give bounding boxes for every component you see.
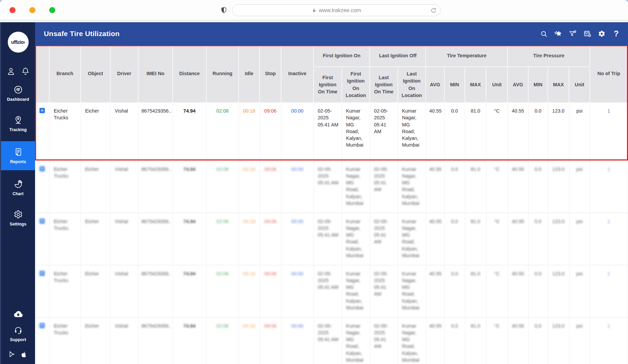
cell-idle: 00:18 (239, 213, 260, 265)
cell-branch: Eicher Trucks (49, 160, 81, 213)
cell-fi_time: 02-05-2025 05:41 AM (313, 160, 342, 213)
url-bar[interactable]: www.trakzee.com (232, 4, 441, 16)
cell-tp_avg: 40.55 (508, 102, 528, 160)
browser-window: www.trakzee.com uffizio› (0, 0, 628, 364)
cell-tt_max: 81.0 (465, 265, 486, 317)
favorites-button[interactable] (553, 29, 563, 39)
expand-row-button[interactable]: + (39, 323, 45, 328)
cell-tp_min: 0.0 (528, 265, 548, 317)
cell-inactive: 00:00 (281, 160, 313, 213)
close-button[interactable] (9, 7, 16, 13)
cell-tt_avg-value: 40.55 (429, 166, 441, 173)
cell-li_time: 02-05-2025 05:41 AM (370, 102, 398, 160)
table-body: +Eicher TrucksEicherVishal8675429356..74… (35, 102, 628, 364)
sidebar-bottom: Support (1, 308, 35, 364)
cell-trips: 1 (590, 102, 628, 160)
cell-tt_avg: 40.55 (426, 265, 444, 317)
expand-row-button[interactable]: + (39, 271, 45, 276)
cell-tp_avg-value: 40.55 (511, 218, 525, 225)
col-object: Object (81, 45, 110, 102)
cell-tp_avg: 40.55 (508, 265, 528, 317)
cell-fi_time-value: 02-05-2025 05:41 AM (318, 323, 339, 343)
sidebar-item-label: Tracking (9, 127, 27, 132)
cell-driver-value: Vishal (115, 218, 135, 225)
cell-branch-value: Eicher Trucks (54, 108, 77, 121)
cell-driver-value: Vishal (115, 323, 135, 329)
cell-trips-value[interactable]: 1 (594, 323, 624, 329)
cell-object-value: Eicher (85, 166, 107, 173)
col-tt-avg: AVG (426, 67, 444, 102)
expand-row-button[interactable]: + (39, 166, 45, 172)
cell-tp_avg-value: 40.55 (511, 108, 525, 114)
cell-tp_min: 0.0 (528, 317, 548, 364)
cell-tp_max: 123.0 (548, 102, 569, 160)
cell-imei: 8675429356.. (138, 317, 173, 364)
expand-row-button[interactable]: + (39, 218, 45, 224)
col-tp-unit: Unit (569, 67, 590, 102)
cell-expand: + (35, 160, 49, 213)
cell-driver: Vishal (110, 317, 138, 364)
cell-trips-value[interactable]: 1 (594, 166, 624, 173)
cell-driver: Vishal (110, 213, 138, 265)
search-icon (540, 30, 548, 38)
cell-tt_min-value: 0.0 (448, 166, 461, 173)
table-row: +Eicher TrucksEicherVishal8675429356..74… (35, 213, 628, 265)
cell-distance-value: 74.94 (176, 270, 203, 277)
cell-trips-value[interactable]: 1 (594, 218, 624, 225)
google-play-icon[interactable] (8, 351, 16, 359)
cell-li_time-value: 02-05-2025 05:41 AM (374, 108, 395, 135)
col-first-ignition-on-location: First Ignition On Location (342, 67, 370, 102)
schedule-button[interactable] (582, 29, 592, 39)
cell-fi_time: 02-05-2025 05:41 AM (313, 265, 342, 317)
sidebar-item-tracking[interactable]: Tracking (1, 111, 35, 136)
cell-tp_unit-value: psi (573, 323, 587, 329)
user-icon[interactable] (6, 67, 16, 76)
sidebar-item-dashboard[interactable]: Dashboard (1, 81, 35, 106)
notifications-bell-icon[interactable] (21, 67, 30, 76)
uffizio-logo[interactable]: uffizio› (8, 32, 29, 53)
cell-fi_loc: Kumar Nagar, MG Road, Kalyan, Mumbai (342, 265, 370, 317)
cell-tt_avg-value: 40.55 (429, 323, 441, 329)
cloud-download-icon[interactable] (12, 308, 25, 320)
cell-fi_time-value: 02-05-2025 05:41 AM (318, 166, 339, 186)
cell-distance-value: 74.94 (176, 166, 203, 173)
cell-tp_unit: psi (569, 160, 590, 213)
sidebar-item-support[interactable]: Support (1, 321, 35, 346)
cell-tt_avg-value: 40.55 (429, 270, 441, 277)
shield-icon[interactable] (220, 6, 228, 14)
cell-tp_min: 0.0 (528, 160, 548, 213)
sidebar-item-settings[interactable]: Settings (1, 205, 35, 231)
cell-tp_avg: 40.55 (508, 160, 528, 213)
cell-tt_unit-value: °C (490, 166, 504, 173)
help-button[interactable]: ? (611, 29, 621, 39)
pie-chart-icon (13, 179, 23, 189)
expand-row-button[interactable]: + (39, 108, 45, 113)
cell-trips-value[interactable]: 1 (594, 270, 624, 277)
cell-li_loc-value: Kumar Nagar, MG Road, Kalyan, Mumbai (402, 218, 423, 259)
filter-button[interactable] (568, 29, 578, 39)
cell-li_time-value: 02-05-2025 05:41 AM (374, 270, 395, 298)
cell-idle: 00:18 (239, 160, 260, 213)
cell-branch-value: Eicher Trucks (54, 166, 77, 180)
apple-icon[interactable] (21, 351, 28, 359)
cell-driver-value: Vishal (115, 108, 135, 114)
cell-driver-value: Vishal (115, 270, 135, 277)
settings-button[interactable] (597, 29, 607, 39)
sidebar-item-chart[interactable]: Chart (1, 175, 35, 201)
zoom-button[interactable] (49, 7, 55, 13)
cell-tt_unit: °C (486, 160, 508, 213)
cell-tt_unit: °C (486, 213, 508, 265)
report-table: Branch Object Driver IMEI No Distance Ru… (35, 45, 628, 364)
cell-running-value: 02:08 (210, 166, 235, 173)
cell-fi_loc: Kumar Nagar, MG Road, Kalyan, Mumbai (342, 213, 370, 265)
col-tt-max: MAX (465, 67, 486, 102)
refresh-button[interactable] (430, 7, 437, 14)
cell-tt_max-value: 81.0 (469, 323, 483, 329)
cell-trips-value[interactable]: 1 (594, 108, 624, 114)
search-button[interactable] (539, 29, 549, 39)
sidebar-item-reports[interactable]: Reports (1, 141, 35, 170)
cell-tp_min-value: 0.0 (532, 323, 544, 329)
cell-imei: 8675429356.. (138, 213, 173, 265)
cell-expand: + (35, 102, 49, 160)
minimize-button[interactable] (29, 7, 35, 13)
